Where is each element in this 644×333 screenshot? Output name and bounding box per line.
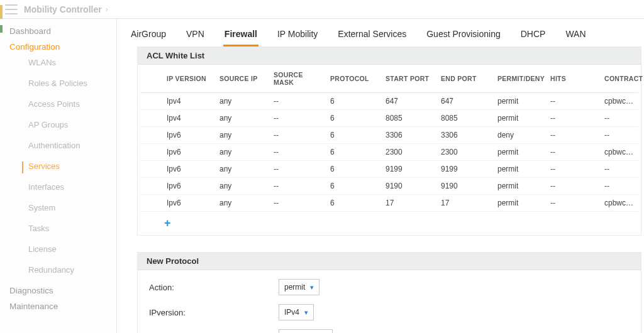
table-cell: 3306 <box>382 127 437 144</box>
col-protocol[interactable]: PROTOCOL <box>326 65 382 93</box>
tab-vpn[interactable]: VPN <box>185 25 206 46</box>
tab-wan[interactable]: WAN <box>564 25 587 46</box>
sidebar-item-access-points[interactable]: Access Points <box>28 99 116 109</box>
table-cell: -- <box>547 178 601 195</box>
table-cell: 8085 <box>382 110 437 127</box>
content: ACL White List IP VERSION SOURCE IP SOUR… <box>117 46 644 333</box>
topbar: Mobility Controller › <box>0 0 644 19</box>
table-row[interactable]: Ipv6any--691909190permit---- <box>140 178 638 195</box>
table-cell: cpbwc-ipv6-others <box>601 195 638 212</box>
table-cell: -- <box>547 161 601 178</box>
table-cell: 647 <box>382 93 437 110</box>
tab-airgroup[interactable]: AirGroup <box>130 25 167 46</box>
sidebar-item-authentication[interactable]: Authentication <box>28 141 116 150</box>
table-cell: permit <box>494 195 547 212</box>
table-cell: cpbwc-ipv6-telnet <box>601 144 638 161</box>
label-ipversion: IPversion: <box>149 308 279 317</box>
table-row[interactable]: Ipv6any--623002300permit--cpbwc-ipv6-tel… <box>140 144 638 161</box>
table-cell: -- <box>270 127 326 144</box>
sidebar-item-ap-groups[interactable]: AP Groups <box>28 120 116 129</box>
col-ip-version[interactable]: IP VERSION <box>140 65 216 93</box>
table-cell: -- <box>270 93 326 110</box>
table-row[interactable]: Ipv6any--61717permit--cpbwc-ipv6-others <box>140 195 638 212</box>
sidebar-sub-nav: WLANs Roles & Policies Access Points AP … <box>9 58 116 275</box>
col-start-port[interactable]: START PORT <box>382 65 437 93</box>
sidebar-top-nav: Dashboard Configuration WLANs Roles & Po… <box>0 26 116 311</box>
sidebar-item-dashboard[interactable]: Dashboard <box>9 26 116 36</box>
table-cell: Ipv6 <box>140 178 216 195</box>
col-source-ip[interactable]: SOURCE IP <box>216 65 270 93</box>
table-cell: 647 <box>437 93 494 110</box>
table-cell: any <box>216 178 270 195</box>
tab-ip-mobility[interactable]: IP Mobility <box>276 25 319 46</box>
table-row[interactable]: Ipv6any--633063306deny---- <box>140 127 638 144</box>
table-cell: Ipv4 <box>140 110 216 127</box>
sidebar-item-license[interactable]: License <box>28 244 116 254</box>
table-cell: 9190 <box>437 178 494 195</box>
tab-dhcp[interactable]: DHCP <box>519 25 547 46</box>
table-cell: Ipv4 <box>140 93 216 110</box>
table-cell: -- <box>601 110 638 127</box>
table-cell: 8085 <box>437 110 494 127</box>
acl-table: IP VERSION SOURCE IP SOURCE MASK PROTOCO… <box>140 65 638 212</box>
table-row[interactable]: Ipv4any--680858085permit---- <box>140 110 638 127</box>
table-cell: any <box>216 110 270 127</box>
sidebar-item-tasks[interactable]: Tasks <box>28 224 116 233</box>
tab-guest-provisioning[interactable]: Guest Provisioning <box>425 25 502 46</box>
sidebar-item-services[interactable]: Services <box>28 161 116 171</box>
plus-icon[interactable]: + <box>164 217 171 229</box>
tab-firewall[interactable]: Firewall <box>223 25 258 46</box>
sidebar: Dashboard Configuration WLANs Roles & Po… <box>0 19 117 333</box>
table-cell: any <box>216 127 270 144</box>
table-cell: -- <box>601 161 638 178</box>
table-cell: 2300 <box>382 144 437 161</box>
table-cell: Ipv6 <box>140 127 216 144</box>
hamburger-icon[interactable] <box>5 4 18 14</box>
table-cell: 17 <box>382 195 437 212</box>
sidebar-item-system[interactable]: System <box>28 203 116 212</box>
sidebar-item-redundancy[interactable]: Redundancy <box>28 265 116 275</box>
chevron-right-icon[interactable]: › <box>106 5 108 14</box>
select-source[interactable]: any ▾ <box>279 329 333 333</box>
table-cell: 6 <box>326 93 382 110</box>
label-action: Action: <box>149 283 279 292</box>
col-source-mask[interactable]: SOURCE MASK <box>270 65 326 93</box>
acl-header-row: IP VERSION SOURCE IP SOURCE MASK PROTOCO… <box>140 65 638 93</box>
acl-panel: ACL White List IP VERSION SOURCE IP SOUR… <box>137 46 641 236</box>
sidebar-item-configuration[interactable]: Configuration <box>9 42 116 52</box>
sidebar-item-interfaces[interactable]: Interfaces <box>28 182 116 192</box>
table-cell: -- <box>601 178 638 195</box>
tab-external-services[interactable]: External Services <box>336 25 408 46</box>
table-cell: permit <box>494 178 547 195</box>
col-end-port[interactable]: END PORT <box>437 65 494 93</box>
table-cell: any <box>216 93 270 110</box>
table-cell: Ipv6 <box>140 144 216 161</box>
table-cell: 17 <box>437 195 494 212</box>
sidebar-item-diagnostics[interactable]: Diagnostics <box>9 286 116 295</box>
table-cell: permit <box>494 110 547 127</box>
col-permit-deny[interactable]: PERMIT/DENY <box>494 65 547 93</box>
table-cell: any <box>216 195 270 212</box>
select-action[interactable]: permit ▾ <box>279 279 319 295</box>
col-hits[interactable]: HITS <box>547 65 601 93</box>
sidebar-item-wlans[interactable]: WLANs <box>28 58 116 67</box>
table-cell: permit <box>494 93 547 110</box>
select-ipversion[interactable]: IPv4 ▾ <box>279 304 314 320</box>
table-cell: 6 <box>326 144 382 161</box>
table-cell: -- <box>547 195 601 212</box>
sidebar-item-maintenance[interactable]: Maintenance <box>9 302 116 311</box>
chevron-down-icon: ▾ <box>310 283 314 292</box>
table-row[interactable]: Ipv6any--691999199permit---- <box>140 161 638 178</box>
table-row[interactable]: Ipv4any--6647647permit--cpbwc-ipv4-dhcp-… <box>140 93 638 110</box>
table-cell: 3306 <box>437 127 494 144</box>
acl-add-row: + <box>138 212 641 235</box>
select-action-value: permit <box>284 283 305 292</box>
app-title: Mobility Controller <box>24 4 102 14</box>
table-cell: Ipv6 <box>140 195 216 212</box>
chevron-down-icon: ▾ <box>304 308 308 317</box>
edge-accent-2 <box>0 25 3 33</box>
table-cell: -- <box>547 93 601 110</box>
table-cell: cpbwc-ipv4-dhcp-... <box>601 93 638 110</box>
sidebar-item-roles-policies[interactable]: Roles & Policies <box>28 79 116 88</box>
col-contract[interactable]: CONTRACT <box>601 65 638 93</box>
